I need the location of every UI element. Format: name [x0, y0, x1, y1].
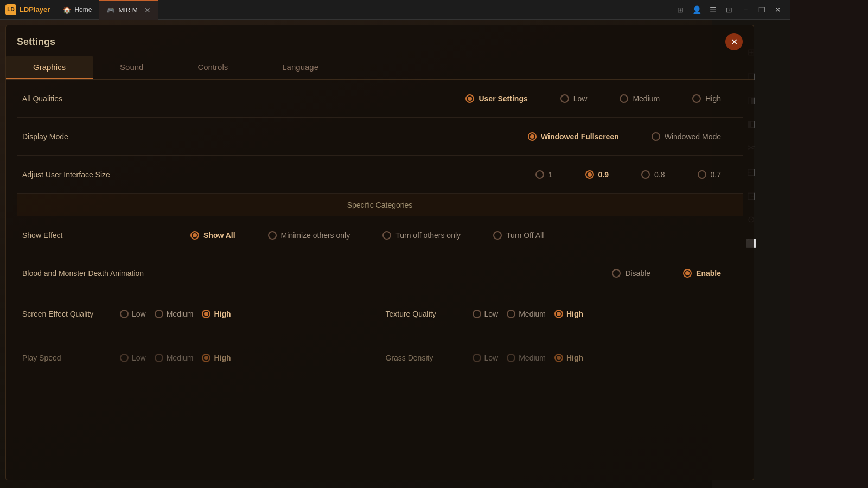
settings-content: All Qualities User Settings Low Medium	[6, 80, 754, 474]
quality-split-row: Screen Effect Quality Low Medium High	[17, 292, 743, 336]
radio-gd-medium	[507, 354, 515, 362]
specific-categories-divider: Specific Categories	[17, 194, 743, 216]
radio-ui-1	[535, 170, 544, 179]
play-speed-high[interactable]: High	[202, 354, 239, 362]
texture-q-high[interactable]: High	[554, 310, 592, 318]
ui-size-label: Adjust User Interface Size	[22, 170, 142, 179]
radio-seq-low	[120, 310, 129, 318]
settings-tabs: Graphics Sound Controls Language	[6, 56, 754, 80]
main-content: ⊞ ◫ ◨ ◧ ✂ ◰ ◳ ⊙ ⬜ Settings ✕ Graphics So…	[0, 20, 790, 488]
ui-size-row: Adjust User Interface Size 1 0.9 0.8	[17, 156, 743, 194]
radio-gd-low	[473, 354, 481, 362]
blood-animation-options: Disable Enable	[144, 269, 737, 278]
radio-medium	[620, 94, 628, 103]
tab-mir-m[interactable]: 🎮 MIR M ✕	[99, 0, 158, 20]
titlebar: LD LDPlayer 🏠 Home 🎮 MIR M ✕ ⊞ 👤 ☰ ⊡ − ❐…	[0, 0, 790, 20]
show-effect-row: Show Effect Show All Minimize others onl…	[17, 216, 743, 254]
show-effect-minimize[interactable]: Minimize others only	[252, 231, 367, 240]
radio-ui-0-7	[698, 170, 706, 179]
radio-seq-medium	[155, 310, 163, 318]
tab-graphics[interactable]: Graphics	[6, 56, 93, 79]
tab-close-btn[interactable]: ✕	[144, 6, 151, 15]
screen-effect-quality-half: Screen Effect Quality Low Medium High	[17, 292, 380, 336]
show-effect-show-all[interactable]: Show All	[174, 231, 252, 240]
play-speed-half: Play Speed Low Medium High	[17, 336, 380, 380]
app-name: LDPlayer	[20, 5, 50, 14]
all-qualities-low[interactable]: Low	[544, 94, 604, 103]
ui-size-1[interactable]: 1	[519, 170, 569, 179]
close-window-btn[interactable]: ✕	[770, 2, 786, 17]
app-logo: LD LDPlayer	[0, 4, 55, 15]
radio-turn-off-all	[493, 231, 502, 240]
radio-high	[692, 94, 701, 103]
close-settings-btn[interactable]: ✕	[725, 33, 743, 50]
radio-ps-medium	[155, 354, 163, 362]
display-mode-options: Windowed Fullscreen Windowed Mode	[142, 132, 737, 141]
play-speed-medium[interactable]: Medium	[155, 354, 202, 362]
ui-size-0-8[interactable]: 0.8	[625, 170, 681, 179]
grass-density-low[interactable]: Low	[473, 354, 507, 362]
tab-home[interactable]: 🏠 Home	[55, 0, 99, 20]
all-qualities-medium[interactable]: Medium	[603, 94, 676, 103]
all-qualities-high[interactable]: High	[676, 94, 737, 103]
radio-low	[560, 94, 569, 103]
tab-controls[interactable]: Controls	[170, 56, 255, 79]
home-label: Home	[74, 6, 92, 14]
blood-animation-label: Blood and Monster Death Animation	[22, 269, 144, 278]
show-effect-turn-off-all[interactable]: Turn Off All	[477, 231, 560, 240]
home-icon: 🏠	[63, 6, 71, 14]
radio-ps-high	[202, 354, 210, 362]
show-effect-turn-off-others[interactable]: Turn off others only	[366, 231, 477, 240]
settings-header: Settings ✕	[6, 25, 754, 50]
radio-seq-high	[202, 310, 210, 318]
play-speed-low[interactable]: Low	[120, 354, 155, 362]
grass-density-high[interactable]: High	[554, 354, 592, 362]
grass-density-half: Grass Density Low Medium High	[380, 336, 743, 380]
settings-title: Settings	[17, 36, 55, 48]
all-qualities-user-settings[interactable]: User Settings	[449, 94, 544, 103]
texture-q-medium[interactable]: Medium	[507, 310, 554, 318]
texture-quality-label: Texture Quality	[386, 310, 473, 318]
play-speed-label: Play Speed	[22, 354, 120, 362]
tab-sound[interactable]: Sound	[93, 56, 170, 79]
all-qualities-row: All Qualities User Settings Low Medium	[17, 80, 743, 118]
screen-eq-low[interactable]: Low	[120, 310, 155, 318]
radio-ui-0-8	[641, 170, 650, 179]
app-tab-label: MIR M	[118, 7, 137, 14]
display-windowed-mode[interactable]: Windowed Mode	[635, 132, 737, 141]
play-speed-options: Low Medium High	[120, 354, 374, 362]
grass-density-medium[interactable]: Medium	[507, 354, 554, 362]
ui-size-0-9[interactable]: 0.9	[569, 170, 625, 179]
titlebar-icon-1[interactable]: ⊞	[673, 2, 688, 17]
grass-density-label: Grass Density	[386, 354, 473, 362]
screen-eq-high[interactable]: High	[202, 310, 239, 318]
display-windowed-fullscreen[interactable]: Windowed Fullscreen	[512, 132, 635, 141]
tab-language[interactable]: Language	[255, 56, 346, 79]
texture-q-low[interactable]: Low	[473, 310, 507, 318]
ui-size-0-7[interactable]: 0.7	[681, 170, 737, 179]
titlebar-icon-3[interactable]: ☰	[705, 2, 720, 17]
display-mode-label: Display Mode	[22, 132, 142, 141]
minimize-btn[interactable]: −	[738, 2, 753, 17]
blood-animation-disable[interactable]: Disable	[596, 269, 667, 278]
radio-tq-high	[554, 310, 563, 318]
radio-tq-low	[473, 310, 481, 318]
titlebar-icon-4[interactable]: ⊡	[722, 2, 737, 17]
screen-effect-quality-options: Low Medium High	[120, 310, 374, 318]
radio-enable	[683, 269, 692, 278]
radio-minimize-others	[268, 231, 277, 240]
show-effect-label: Show Effect	[22, 231, 142, 240]
blood-animation-enable[interactable]: Enable	[667, 269, 737, 278]
show-effect-options: Show All Minimize others only Turn off o…	[142, 231, 737, 240]
radio-disable	[612, 269, 621, 278]
radio-ui-0-9	[585, 170, 594, 179]
texture-quality-half: Texture Quality Low Medium High	[380, 292, 743, 336]
speed-density-split-row: Play Speed Low Medium High	[17, 336, 743, 380]
restore-btn[interactable]: ❐	[754, 2, 769, 17]
all-qualities-options: User Settings Low Medium High	[142, 94, 737, 103]
titlebar-icon-2[interactable]: 👤	[689, 2, 704, 17]
radio-windowed-fullscreen	[528, 132, 537, 141]
ui-size-options: 1 0.9 0.8 0.7	[142, 170, 737, 179]
screen-eq-medium[interactable]: Medium	[155, 310, 202, 318]
radio-user-settings	[465, 94, 474, 103]
